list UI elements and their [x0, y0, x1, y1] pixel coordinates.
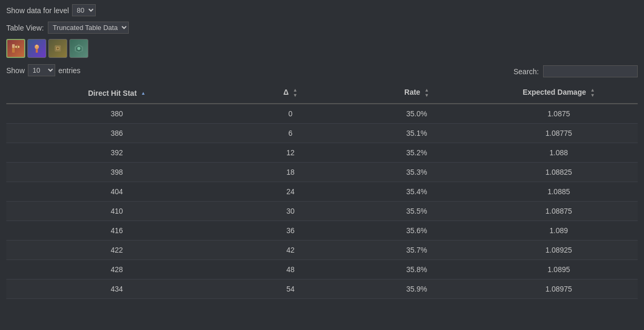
table-row: 380035.0%1.0875	[6, 104, 638, 124]
col-header-expected-label: Expected Damage	[523, 88, 586, 96]
table-row: 386635.1%1.08775	[6, 124, 638, 143]
sort-up-delta: ▲	[293, 88, 298, 93]
cell-delta: 36	[227, 221, 353, 241]
sort-up-direct-hit: ▲	[141, 91, 146, 96]
cell-direct_hit: 398	[6, 163, 227, 182]
svg-rect-3	[17, 45, 18, 49]
cell-delta: 18	[227, 163, 353, 182]
sort-down-delta: ▼	[293, 93, 298, 98]
cell-rate: 35.8%	[354, 260, 480, 279]
col-header-rate-label: Rate	[404, 88, 420, 96]
sort-up-rate: ▲	[424, 88, 429, 93]
sort-icons-rate: ▲ ▼	[424, 88, 429, 98]
cell-expected: 1.0885	[480, 182, 638, 202]
table-body: 380035.0%1.0875386635.1%1.087753921235.2…	[6, 104, 638, 299]
cell-delta: 6	[227, 124, 353, 143]
cell-direct_hit: 380	[6, 104, 227, 124]
cell-direct_hit: 422	[6, 241, 227, 260]
level-select[interactable]: 80 70 60 50	[72, 4, 96, 16]
cell-direct_hit: 392	[6, 143, 227, 163]
table-header-row: Direct Hit Stat ▲ Δ ▲ ▼ Rate ▲ ▼	[6, 83, 638, 104]
table-row: 4103035.5%1.08875	[6, 202, 638, 221]
cell-delta: 42	[227, 241, 353, 260]
cell-expected: 1.0875	[480, 104, 638, 124]
col-header-delta[interactable]: Δ ▲ ▼	[227, 83, 353, 104]
cell-expected: 1.08775	[480, 124, 638, 143]
entries-select[interactable]: 10 25 50 100	[28, 64, 55, 76]
cell-rate: 35.3%	[354, 163, 480, 182]
icon-ranger[interactable]	[48, 39, 67, 58]
level-label: Show data for level	[6, 6, 69, 15]
cell-delta: 54	[227, 279, 353, 299]
table-row: 3921235.2%1.088	[6, 143, 638, 163]
cell-delta: 30	[227, 202, 353, 221]
cell-delta: 48	[227, 260, 353, 279]
svg-rect-1	[12, 48, 15, 53]
cell-delta: 24	[227, 182, 353, 202]
svg-rect-5	[36, 49, 38, 53]
search-label: Search:	[514, 67, 539, 76]
svg-rect-0	[12, 44, 15, 48]
level-controls: Show data for level 80 70 60 50	[6, 4, 638, 16]
col-header-delta-label: Δ	[283, 88, 289, 96]
data-table: Direct Hit Stat ▲ Δ ▲ ▼ Rate ▲ ▼	[6, 83, 638, 299]
cell-direct_hit: 410	[6, 202, 227, 221]
cell-expected: 1.089	[480, 221, 638, 241]
cell-expected: 1.08825	[480, 163, 638, 182]
cell-delta: 12	[227, 143, 353, 163]
sort-down-rate: ▼	[424, 93, 429, 98]
table-controls: Show 10 25 50 100 entries Search:	[6, 64, 638, 81]
sort-up-expected: ▲	[590, 88, 595, 93]
show-entries-row: Show 10 25 50 100 entries	[6, 64, 80, 76]
table-view-label: Table View:	[6, 24, 44, 32]
sort-icons-expected: ▲ ▼	[590, 88, 595, 98]
svg-point-9	[57, 47, 59, 49]
table-row: 3981835.3%1.08825	[6, 163, 638, 182]
icon-warrior[interactable]	[6, 39, 25, 58]
cell-expected: 1.08975	[480, 279, 638, 299]
table-view-select[interactable]: Truncated Table Data Full Table Data	[48, 22, 129, 34]
cell-direct_hit: 404	[6, 182, 227, 202]
col-header-direct-hit[interactable]: Direct Hit Stat ▲	[6, 83, 227, 104]
icon-mage[interactable]	[27, 39, 46, 58]
sort-icons-delta: ▲ ▼	[293, 88, 298, 98]
table-row: 4042435.4%1.0885	[6, 182, 638, 202]
cell-rate: 35.5%	[354, 202, 480, 221]
svg-point-12	[77, 47, 80, 50]
cell-expected: 1.088	[480, 143, 638, 163]
cell-direct_hit: 434	[6, 279, 227, 299]
cell-expected: 1.08925	[480, 241, 638, 260]
cell-rate: 35.4%	[354, 182, 480, 202]
cell-rate: 35.1%	[354, 124, 480, 143]
cell-rate: 35.9%	[354, 279, 480, 299]
col-header-direct-hit-label: Direct Hit Stat	[88, 89, 137, 97]
search-input[interactable]	[543, 65, 638, 77]
icon-row	[6, 39, 638, 58]
cell-expected: 1.0895	[480, 260, 638, 279]
table-row: 4163635.6%1.089	[6, 221, 638, 241]
cell-delta: 0	[227, 104, 353, 124]
cell-rate: 35.6%	[354, 221, 480, 241]
cell-rate: 35.2%	[354, 143, 480, 163]
cell-direct_hit: 416	[6, 221, 227, 241]
cell-rate: 35.0%	[354, 104, 480, 124]
col-header-expected[interactable]: Expected Damage ▲ ▼	[480, 83, 638, 104]
sort-down-expected: ▼	[590, 93, 595, 98]
cell-direct_hit: 386	[6, 124, 227, 143]
cell-expected: 1.08875	[480, 202, 638, 221]
show-label: Show	[6, 66, 25, 75]
table-view-row: Table View: Truncated Table Data Full Ta…	[6, 22, 638, 34]
table-row: 4345435.9%1.08975	[6, 279, 638, 299]
sort-icons-direct-hit: ▲	[141, 91, 146, 96]
search-row: Search:	[514, 65, 638, 77]
table-row: 4224235.7%1.08925	[6, 241, 638, 260]
cell-direct_hit: 428	[6, 260, 227, 279]
icon-tank[interactable]	[69, 39, 88, 58]
cell-rate: 35.7%	[354, 241, 480, 260]
col-header-rate[interactable]: Rate ▲ ▼	[354, 83, 480, 104]
table-row: 4284835.8%1.0895	[6, 260, 638, 279]
entries-label: entries	[58, 66, 80, 75]
